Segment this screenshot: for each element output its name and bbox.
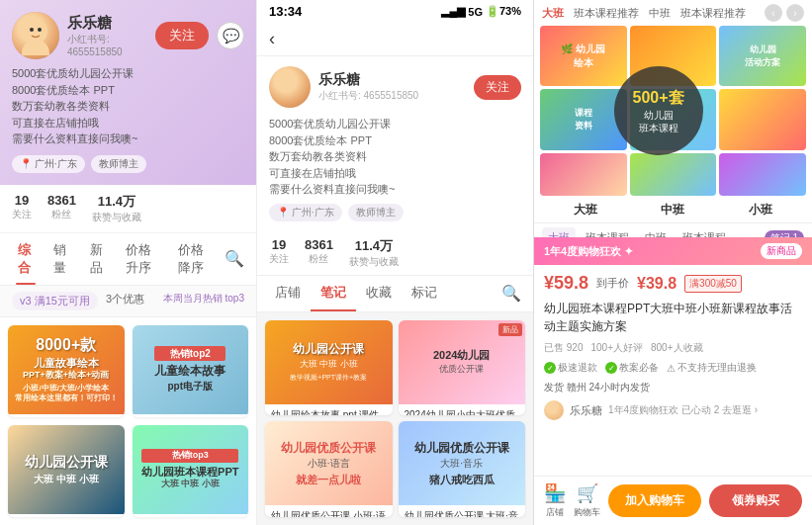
message-icon[interactable]: 💬	[217, 22, 244, 49]
product-card-2[interactable]: 热销top2 儿童绘本故事 ppt电子版 儿童绘本故事 ppt电子版 热销 ¥3…	[133, 325, 249, 417]
promo-new-badge: 新商品	[761, 243, 802, 259]
detail-meta: 已售 920 100+人好评 800+人收藏	[544, 341, 802, 355]
mid-product-info-1: 幼儿园绘本故事 ppt 课件教案 大中小班 ¥39.8 ❤ 89	[265, 404, 393, 416]
mid-product-image-3: 幼儿园优质公开课 小班·语言 就差一点儿啦	[265, 421, 393, 505]
mid-product-image-2: 新品 2024幼儿园 优质公开课	[399, 320, 526, 404]
new-badge: 新品	[498, 323, 522, 336]
shop-symbol: 🏪	[544, 482, 566, 504]
col-labels-row: 大班 中班 小班	[534, 200, 812, 222]
mid-search-icon[interactable]: 🔍	[497, 276, 525, 311]
scroll-right-arrow[interactable]: ›	[786, 4, 804, 22]
follow-button[interactable]: 关注	[155, 22, 209, 49]
promo-text: 1年4度购物狂欢 ✦	[544, 244, 633, 259]
notes-tab-zhongban[interactable]: 中班	[639, 227, 673, 237]
rebuy-text: 1年4度购物狂欢 已心动 2 去逛逛 ›	[608, 403, 758, 417]
tab-sales[interactable]: 销量	[44, 233, 79, 285]
middle-panel: 13:34 ▂▄▆ 5G 🔋73% ‹ 乐乐糖 小红书号: 4655515850…	[257, 0, 534, 525]
products-grid: 8000+款 儿童故事绘本 PPT+教案+绘本+动画 小班/中班/大班/小学绘本…	[0, 317, 256, 526]
price-final: ¥39.8	[637, 275, 677, 293]
battery-label: 🔋73%	[486, 5, 521, 18]
svg-point-2	[30, 28, 34, 32]
mid-product-1[interactable]: 幼儿园公开课 大班 中班 小班 教学视频+PPT课件+教案 幼儿园绘本故事 pp…	[265, 320, 393, 416]
tab-price-asc[interactable]: 价格升序	[116, 233, 168, 285]
product-card-3[interactable]: 幼儿园公开课 大班 中班 小班 幼儿园公开课	[8, 425, 125, 517]
header-tab-daiban[interactable]: 大班	[542, 6, 564, 21]
add-cart-button[interactable]: 加入购物车	[608, 484, 701, 517]
product-card-4[interactable]: 热销top3 幼儿园班本课程PPT 大班 中班 小班 幼儿园班本课程PPT大	[133, 425, 249, 517]
stats-row: 19 关注 8361 粉丝 11.4万 获赞与收藏	[0, 185, 256, 233]
filter-count[interactable]: 3个优惠	[106, 292, 144, 310]
price-section: ¥59.8 到手价 ¥39.8 满300减50	[544, 273, 802, 294]
mid-tab-mark[interactable]: 标记	[402, 276, 447, 311]
notes-tab-banben[interactable]: 班本课程	[580, 227, 635, 237]
back-button[interactable]: ‹	[269, 29, 275, 49]
promo-banner: 1年4度购物狂欢 ✦ 新商品	[534, 237, 812, 265]
mid-product-title-1: 幼儿园绘本故事 ppt 课件教案 大中小班	[271, 408, 387, 416]
filter-more[interactable]: 本周当月热销 top3	[163, 292, 244, 310]
product-card-1[interactable]: 8000+款 儿童故事绘本 PPT+教案+绘本+动画 小班/中班/大班/小学绘本…	[8, 325, 125, 417]
right-top-section: 大班 班本课程推荐 中班 班本课程推荐 ‹ › 🌿 幼儿园绘本 课程资料	[534, 0, 812, 237]
tab-comprehensive[interactable]: 综合	[8, 233, 44, 285]
overlay-count: 500+套	[633, 88, 684, 109]
mid-avatar	[269, 66, 311, 108]
stat-fans-num: 8361	[47, 193, 76, 208]
scroll-arrows: ‹ ›	[765, 4, 804, 22]
network-label: 5G	[468, 6, 483, 18]
scroll-left-arrow[interactable]: ‹	[765, 4, 782, 22]
mid-tab-shop[interactable]: 店铺	[265, 276, 311, 311]
good-rating: 100+人好评	[590, 341, 643, 355]
mid-id: 小红书号: 4655515850	[318, 89, 466, 103]
mid-product-3[interactable]: 幼儿园优质公开课 小班·语言 就差一点儿啦 幼儿园优质公开课 小班·语言 就差一…	[265, 421, 393, 517]
shipping-location: 赣州 24小时内发货	[567, 382, 650, 393]
product-image-3: 幼儿园公开课 大班 中班 小班	[8, 425, 125, 514]
status-time: 13:34	[269, 4, 302, 19]
stat-likes: 11.4万 获赞与收藏	[92, 193, 141, 224]
mid-product-2[interactable]: 新品 2024幼儿园 优质公开课 2024幼儿园小中大班优质公开课视频讲解有声 …	[399, 320, 526, 416]
seller-name: 乐乐糖	[570, 403, 602, 418]
mid-products-grid: 幼儿园公开课 大班 中班 小班 教学视频+PPT课件+教案 幼儿园绘本故事 pp…	[257, 312, 533, 526]
mid-follow-button[interactable]: 关注	[474, 75, 521, 100]
mid-name: 乐乐糖	[318, 71, 466, 89]
mid-product-4[interactable]: 幼儿园优质公开课 大班·音乐 猪八戒吃西瓜 幼儿园优质公开课 大班·音乐 猪八戒…	[399, 421, 526, 517]
stat-fans: 8361 粉丝	[47, 193, 76, 224]
header-tab-zhongban[interactable]: 中班	[649, 6, 671, 21]
mid-stat-likes-num: 11.4万	[355, 237, 393, 255]
notes-tab-banben2[interactable]: 班本课程	[677, 227, 732, 237]
tab-new[interactable]: 新品	[80, 233, 116, 285]
stat-likes-label: 获赞与收藏	[92, 211, 141, 224]
profile-tags: 📍 广州·广东 教师博主	[12, 155, 244, 173]
mid-stat-fans: 8361 粉丝	[305, 237, 333, 269]
product-info-4: 幼儿园班本课程PPT大	[133, 514, 249, 517]
coupon-tag: 满300减50	[684, 275, 742, 293]
mid-stat-fans-num: 8361	[305, 237, 333, 252]
product-image-2: 热销top2 儿童绘本故事 ppt电子版	[133, 325, 249, 414]
shop-icon[interactable]: 🏪 店铺	[544, 482, 566, 519]
mid-profile-info: 乐乐糖 小红书号: 4655515850	[318, 71, 466, 103]
cart-icon[interactable]: 🛒 购物车	[574, 482, 600, 519]
search-icon[interactable]: 🔍	[221, 245, 248, 272]
tab-price-desc[interactable]: 价格降序	[168, 233, 221, 285]
product-info-3: 幼儿园公开课	[8, 514, 125, 517]
mid-tab-notes[interactable]: 笔记	[311, 276, 356, 311]
nav-bar: ‹	[257, 23, 533, 56]
header-tabs: 大班 班本课程推荐 中班 班本课程推荐	[542, 6, 746, 21]
stat-likes-num: 11.4万	[98, 193, 135, 211]
mid-profile: 乐乐糖 小红书号: 4655515850 关注 5000套优质幼儿园公开课800…	[257, 56, 533, 231]
mid-product-image-1: 幼儿园公开课 大班 中班 小班 教学视频+PPT课件+教案	[265, 320, 393, 404]
notes-tab-daiban[interactable]: 大班	[542, 227, 576, 237]
guarantee-1: ✓ 极速退款	[544, 361, 597, 375]
check-icon-2: ✓	[605, 362, 617, 374]
header-tab-banben[interactable]: 班本课程推荐	[574, 6, 639, 21]
status-bar: 13:34 ▂▄▆ 5G 🔋73%	[257, 0, 533, 23]
header-tab-banben2[interactable]: 班本课程推荐	[680, 6, 746, 21]
shipping-label: 发货	[544, 382, 564, 393]
status-icons: ▂▄▆ 5G 🔋73%	[441, 5, 521, 18]
svg-point-1	[22, 40, 49, 55]
mid-stat-follow-num: 19	[272, 237, 286, 252]
profile-name: 乐乐糖	[67, 14, 147, 33]
svg-point-3	[38, 28, 42, 32]
seller-avatar	[544, 400, 564, 420]
profile-header: 乐乐糖 小红书号: 4655515850 关注 💬 5000套优质幼儿园公开课8…	[0, 0, 256, 185]
buy-now-button[interactable]: 领券购买	[709, 484, 802, 517]
mid-tab-collect[interactable]: 收藏	[356, 276, 402, 311]
